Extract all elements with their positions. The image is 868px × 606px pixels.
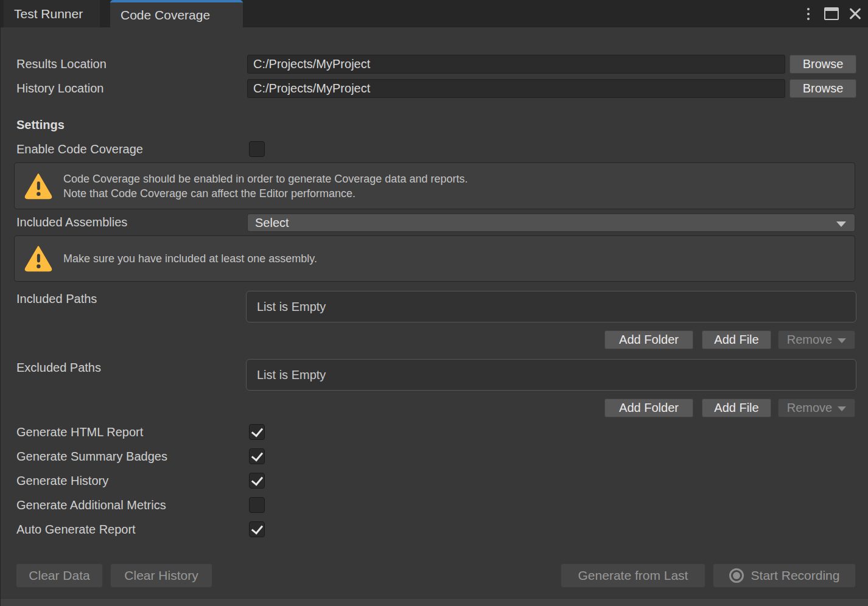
history-location-label: History Location xyxy=(16,82,103,96)
included-paths-list[interactable]: List is Empty xyxy=(246,291,856,322)
results-location-label: Results Location xyxy=(16,57,107,71)
chevron-down-icon xyxy=(838,338,846,343)
included-remove-label: Remove xyxy=(787,333,832,347)
start-recording-label: Start Recording xyxy=(751,568,840,583)
auto-generate-report-label: Auto Generate Report xyxy=(16,523,136,537)
excluded-paths-list[interactable]: List is Empty xyxy=(246,359,856,391)
generate-history-checkbox[interactable] xyxy=(249,473,265,489)
results-location-input[interactable]: C:/Projects/MyProject xyxy=(247,55,785,74)
included-assemblies-value: Select xyxy=(255,216,289,230)
enable-coverage-warning: Code Coverage should be enabled in order… xyxy=(14,162,855,209)
warning-line: Make sure you have included at least one… xyxy=(63,251,317,266)
generate-html-report-checkbox[interactable] xyxy=(249,424,265,440)
included-add-file-button[interactable]: Add File xyxy=(702,330,771,349)
warning-triangle-icon xyxy=(24,245,52,272)
tab-code-coverage-label: Code Coverage xyxy=(121,8,210,23)
code-coverage-window: Test Runner Code Coverage Results Locati… xyxy=(0,0,868,606)
history-browse-button[interactable]: Browse xyxy=(789,79,856,98)
generate-additional-metrics-label: Generate Additional Metrics xyxy=(16,498,166,512)
generate-html-report-label: Generate HTML Report xyxy=(16,425,143,439)
kebab-menu-icon[interactable] xyxy=(802,5,814,23)
warning-line: Code Coverage should be enabled in order… xyxy=(63,172,467,186)
generate-history-label: Generate History xyxy=(16,474,108,488)
generate-from-last-label: Generate from Last xyxy=(578,568,688,583)
included-paths-label: Included Paths xyxy=(16,292,97,306)
clear-data-button[interactable]: Clear Data xyxy=(16,563,103,588)
excluded-remove-button[interactable]: Remove xyxy=(778,399,855,417)
assemblies-warning: Make sure you have included at least one… xyxy=(14,235,855,282)
excluded-remove-label: Remove xyxy=(787,401,832,415)
maximize-icon[interactable] xyxy=(824,7,839,20)
excluded-add-file-button[interactable]: Add File xyxy=(702,399,771,417)
clear-data-label: Clear Data xyxy=(29,568,89,583)
generate-summary-badges-checkbox[interactable] xyxy=(249,448,265,464)
included-paths-empty-text: List is Empty xyxy=(257,300,326,314)
tab-test-runner-label: Test Runner xyxy=(14,7,83,21)
included-assemblies-dropdown[interactable]: Select xyxy=(247,214,855,232)
results-browse-button[interactable]: Browse xyxy=(789,55,856,74)
auto-generate-report-checkbox[interactable] xyxy=(249,521,265,537)
warning-triangle-icon xyxy=(24,173,52,200)
excluded-paths-label: Excluded Paths xyxy=(16,361,101,375)
settings-header: Settings xyxy=(16,118,65,132)
history-location-input[interactable]: C:/Projects/MyProject xyxy=(247,79,785,98)
chevron-down-icon xyxy=(838,406,846,411)
chevron-down-icon xyxy=(836,221,846,227)
close-icon[interactable] xyxy=(849,7,862,21)
window-bottom-edge xyxy=(1,598,868,606)
excluded-add-folder-button[interactable]: Add Folder xyxy=(604,399,693,417)
included-assemblies-label: Included Assemblies xyxy=(16,215,127,229)
warning-line: Note that Code Coverage can affect the E… xyxy=(63,186,467,201)
enable-code-coverage-checkbox[interactable] xyxy=(249,141,265,157)
clear-history-label: Clear History xyxy=(124,568,198,583)
start-recording-button[interactable]: Start Recording xyxy=(713,563,856,588)
generate-from-last-button[interactable]: Generate from Last xyxy=(561,563,705,588)
tab-code-coverage[interactable]: Code Coverage xyxy=(110,0,243,27)
excluded-paths-empty-text: List is Empty xyxy=(257,368,326,382)
record-circle-icon xyxy=(729,568,744,583)
included-add-folder-button[interactable]: Add Folder xyxy=(604,330,693,349)
generate-summary-badges-label: Generate Summary Badges xyxy=(16,450,167,464)
window-controls xyxy=(802,0,862,27)
tab-bar: Test Runner Code Coverage xyxy=(1,0,868,27)
included-remove-button[interactable]: Remove xyxy=(778,330,855,349)
enable-code-coverage-label: Enable Code Coverage xyxy=(16,142,143,156)
clear-history-button[interactable]: Clear History xyxy=(110,563,212,588)
generate-additional-metrics-checkbox[interactable] xyxy=(249,497,265,513)
tab-test-runner[interactable]: Test Runner xyxy=(4,0,100,27)
